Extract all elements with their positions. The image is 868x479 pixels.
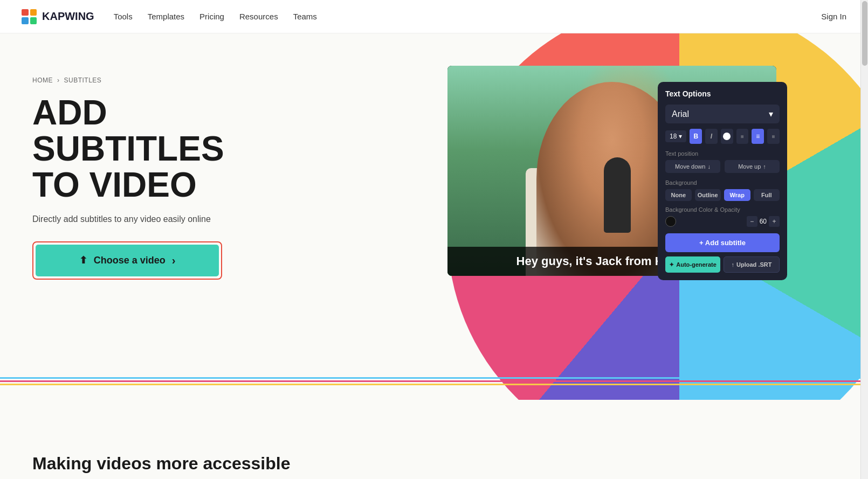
move-down-button[interactable]: Move down ↓ (665, 160, 720, 173)
move-down-label: Move down (675, 163, 705, 170)
cta-label: Choose a video (94, 255, 166, 266)
action-row: ✦ Auto-generate ↑ Upload .SRT (665, 256, 780, 273)
font-name: Arial (672, 109, 689, 119)
opacity-increase-button[interactable]: + (769, 216, 780, 227)
nav-links: Tools Templates Pricing Resources Teams (114, 12, 317, 21)
align-left-button[interactable]: ≡ (736, 129, 749, 144)
scrollbar[interactable] (860, 0, 868, 479)
logo-icon (22, 9, 37, 24)
line-pink (0, 380, 868, 382)
font-selector[interactable]: Arial ▾ (665, 105, 780, 123)
breadcrumb-current: SUBTITLES (64, 77, 102, 84)
breadcrumb-separator: › (57, 77, 60, 84)
text-color-dot (723, 133, 731, 140)
background-label: Background (665, 179, 780, 186)
logo[interactable]: KAPWING (22, 9, 94, 24)
sign-in-button[interactable]: Sign In (821, 12, 846, 21)
align-right-button[interactable]: ≡ (767, 129, 780, 144)
position-row: Move down ↓ Move up ↑ (665, 160, 780, 173)
move-up-button[interactable]: Move up ↑ (725, 160, 780, 173)
nav-pricing[interactable]: Pricing (199, 12, 224, 21)
text-options-panel: Text Options Arial ▾ 18 ▾ B I ≡ ≡ ≡ Text (658, 82, 787, 280)
nav-tools[interactable]: Tools (114, 12, 133, 21)
panel-title: Text Options (665, 89, 780, 98)
bg-full-button[interactable]: Full (754, 189, 780, 201)
auto-generate-button[interactable]: ✦ Auto-generate (665, 256, 720, 273)
chevron-down-icon: ▾ (769, 109, 773, 119)
align-center-button[interactable]: ≡ (752, 129, 764, 144)
cta-arrow-icon: › (172, 254, 176, 267)
bg-outline-button[interactable]: Outline (695, 189, 721, 201)
cta-wrapper: ⬆ Choose a video › (32, 241, 222, 280)
hero-section: HOME › SUBTITLES ADD SUBTITLES TO VIDEO … (0, 33, 868, 400)
down-arrow-icon: ↓ (707, 163, 711, 170)
scrollbar-thumb[interactable] (862, 1, 867, 66)
bold-button[interactable]: B (690, 129, 702, 144)
opacity-value: 60 (760, 218, 767, 225)
upload-srt-label: Upload .SRT (736, 261, 771, 268)
line-blue (0, 377, 868, 379)
color-row: − 60 + (665, 216, 780, 227)
upload-srt-icon: ↑ (732, 261, 735, 268)
opacity-decrease-button[interactable]: − (747, 216, 757, 227)
text-color-button[interactable] (721, 129, 733, 144)
add-subtitle-button[interactable]: + Add subtitle (665, 233, 780, 252)
bg-wrap-button[interactable]: Wrap (724, 189, 750, 201)
opacity-control: − 60 + (747, 216, 780, 227)
hero-title: ADD SUBTITLES TO VIDEO (32, 95, 302, 204)
auto-generate-label: Auto-generate (676, 261, 717, 268)
upload-srt-button[interactable]: ↑ Upload .SRT (724, 256, 780, 273)
choose-video-button[interactable]: ⬆ Choose a video › (36, 245, 219, 276)
decorative-lines (0, 377, 868, 384)
up-arrow-icon: ↑ (763, 163, 766, 170)
bottom-heading: Making videos more accessible (32, 454, 836, 474)
nav-teams[interactable]: Teams (293, 12, 317, 21)
bg-color-label: Background Color & Opacity (665, 206, 780, 213)
bg-none-button[interactable]: None (665, 189, 692, 201)
logo-text: KAPWING (42, 10, 94, 23)
nav-templates[interactable]: Templates (148, 12, 184, 21)
video-section: Text Options Arial ▾ 18 ▾ B I ≡ ≡ ≡ Text (447, 66, 782, 276)
line-yellow (0, 384, 868, 385)
text-position-label: Text position (665, 150, 780, 157)
background-row: None Outline Wrap Full (665, 189, 780, 201)
bottom-section: Making videos more accessible (0, 421, 868, 479)
nav-resources[interactable]: Resources (239, 12, 278, 21)
breadcrumb-home[interactable]: HOME (32, 77, 53, 84)
navbar: KAPWING Tools Templates Pricing Resource… (0, 0, 868, 33)
auto-icon: ✦ (669, 261, 674, 268)
font-size-chevron: ▾ (679, 133, 682, 140)
format-row: 18 ▾ B I ≡ ≡ ≡ (665, 129, 780, 144)
color-picker-dot[interactable] (665, 216, 676, 227)
font-size-control[interactable]: 18 ▾ (665, 130, 686, 142)
italic-button[interactable]: I (705, 129, 718, 144)
move-up-label: Move up (738, 163, 761, 170)
microphone-figure (604, 157, 631, 233)
upload-icon: ⬆ (79, 254, 87, 266)
